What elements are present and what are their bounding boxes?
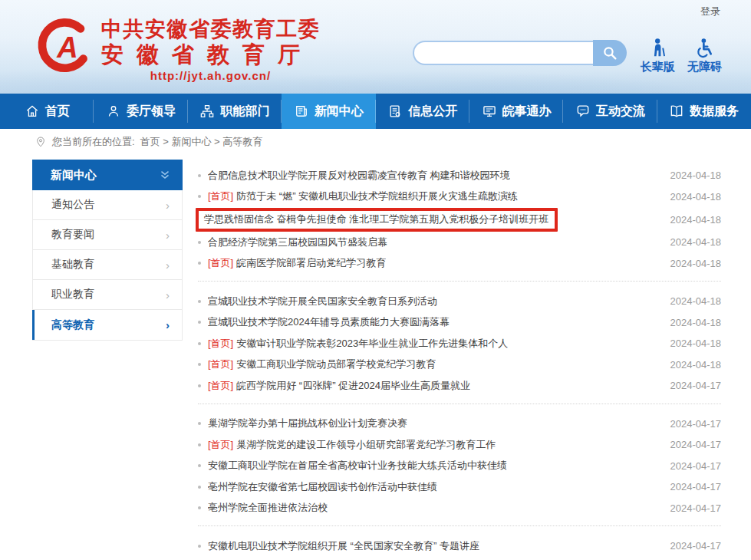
news-item-highlighted: 学思践悟固信念 奋楫争先担使命 淮北理工学院第五期入党积极分子培训班开班 202… — [198, 207, 721, 232]
news-item-date: 2024-04-18 — [661, 236, 722, 248]
news-item-title[interactable]: [首页]皖西学院用好 “四张牌” 促进2024届毕业生高质量就业 — [208, 379, 470, 393]
news-item-date: 2024-04-18 — [661, 359, 722, 371]
sidebar-item-label: 职业教育 — [51, 288, 94, 301]
bullet-dot-icon — [198, 363, 201, 366]
search-button[interactable] — [593, 40, 627, 66]
bullet-dot-icon — [198, 422, 201, 425]
elder-version-button[interactable]: 长辈版 — [641, 37, 675, 74]
svg-text:A: A — [56, 31, 77, 64]
news-item: [首页]皖西学院用好 “四张牌” 促进2024届毕业生高质量就业 2024-04… — [198, 375, 721, 397]
news-item-date: 2024-04-17 — [661, 418, 722, 430]
ic-doc — [387, 104, 403, 119]
news-item: 合肥信息技术职业学院开展反对校园霸凌宣传教育 构建和谐校园环境 2024-04-… — [198, 165, 721, 186]
bullet-dot-icon — [198, 486, 201, 489]
bullet-dot-icon — [198, 443, 201, 446]
news-item: 宣城职业技术学院2024年辅导员素质能力大赛圆满落幕 2024-04-18 — [198, 312, 721, 334]
sidebar-item-label: 通知公告 — [51, 198, 94, 212]
search-icon — [601, 44, 618, 61]
bullet-dot-icon — [198, 506, 201, 509]
sidebar-item-higher-education[interactable]: 高等教育 › — [33, 310, 182, 340]
news-item-title[interactable]: 亳州学院在安徽省第七届校园读书创作活动中获佳绩 — [208, 480, 437, 494]
nav-item-wan-services[interactable]: 皖事通办 — [469, 94, 563, 129]
news-item-title[interactable]: 学思践悟固信念 奋楫争先担使命 淮北理工学院第五期入党积极分子培训班开班 — [196, 208, 558, 232]
news-item-title[interactable]: [首页]防范于未 “燃” 安徽机电职业技术学院组织开展火灾逃生疏散演练 — [208, 189, 518, 203]
front-page-tag: [首页] — [208, 358, 233, 370]
news-item-title[interactable]: 安徽工商职业学院在首届全省高校审计业务技能大练兵活动中获佳绩 — [208, 459, 507, 473]
breadcrumb: 您当前所在的位置: 首页 > 新闻中心 > 高等教育 — [0, 129, 751, 155]
sidebar-item-basic-education[interactable]: 基础教育 › — [33, 250, 182, 280]
news-item-text: 防范于未 “燃” 安徽机电职业技术学院组织开展火灾逃生疏散演练 — [236, 190, 518, 202]
news-item-date: 2024-04-18 — [661, 295, 722, 307]
sidebar-menu: 通知公告 › 教育要闻 › 基础教育 › 职业教育 › 高等教育 › — [32, 190, 183, 341]
news-item-title[interactable]: 宣城职业技术学院2024年辅导员素质能力大赛圆满落幕 — [208, 315, 450, 329]
chevron-right-icon: › — [166, 229, 170, 242]
bullet-dot-icon — [198, 464, 201, 467]
news-item-date: 2024-04-17 — [661, 380, 722, 391]
sidebar-item-label: 教育要闻 — [51, 228, 94, 242]
news-item-title[interactable]: [首页]安徽审计职业学院表彰2023年毕业生就业工作先进集体和个人 — [208, 337, 508, 351]
breadcrumb-path[interactable]: 首页 > 新闻中心 > 高等教育 — [140, 135, 263, 149]
news-item-text: 安徽审计职业学院表彰2023年毕业生就业工作先进集体和个人 — [236, 338, 508, 349]
nav-item-news-center[interactable]: 新闻中心 — [282, 94, 375, 129]
news-item-text: 亳州学院在安徽省第七届校园读书创作活动中获佳绩 — [208, 481, 437, 492]
news-group: 巢湖学院举办第十届挑战杯创业计划竞赛决赛 2024-04-17 [首页]巢湖学院… — [198, 404, 721, 526]
sidebar-item-vocational-education[interactable]: 职业教育 › — [33, 280, 182, 310]
news-item-title[interactable]: 合肥信息技术职业学院开展反对校园霸凌宣传教育 构建和谐校园环境 — [208, 169, 510, 183]
nav-item-label: 委厅领导 — [127, 104, 176, 120]
news-item: 躬耕教坛展风采 培教强校践初心 安徽水利水电职业技术学院举办2024年教师教学能… — [198, 557, 721, 560]
news-item-title[interactable]: 亳州学院全面推进依法治校 — [208, 501, 328, 515]
news-item-title[interactable]: 巢湖学院举办第十届挑战杯创业计划竞赛决赛 — [208, 417, 407, 430]
bullet-dot-icon — [198, 241, 201, 244]
org-name-line1: 中共安徽省委教育工委 — [101, 17, 320, 41]
org-name-line2: 安徽省教育厅 — [101, 41, 320, 68]
nav-item-home[interactable]: 首页 — [0, 94, 94, 129]
site-header: 登录 A 中共安徽省委教育工委 安徽省教育厅 http://jyt.ah.gov… — [0, 0, 751, 94]
news-item-title[interactable]: 宣城职业技术学院开展全民国家安全教育日系列活动 — [208, 295, 437, 308]
news-item-title[interactable]: 合肥经济学院第三届校园国风节盛装启幕 — [208, 236, 387, 249]
news-item-title[interactable]: 安徽机电职业技术学院组织开展 “全民国家安全教育” 专题讲座 — [208, 539, 479, 553]
content: 新闻中心 通知公告 › 教育要闻 › 基础教育 › 职业教育 › 高等教育 › … — [0, 155, 751, 560]
news-item-date: 2024-04-18 — [661, 317, 722, 328]
bullet-dot-icon — [198, 262, 201, 265]
nav-item-label: 职能部门 — [220, 104, 269, 120]
news-item-date: 2024-04-17 — [661, 481, 722, 492]
news-item-title[interactable]: [首页]安徽工商职业学院动员部署学校党纪学习教育 — [208, 357, 436, 371]
news-group: 宣城职业技术学院开展全民国家安全教育日系列活动 2024-04-18 宣城职业技… — [198, 281, 721, 404]
site-logo[interactable]: A 中共安徽省委教育工委 安徽省教育厅 http://jyt.ah.gov.cn… — [37, 17, 320, 82]
sidebar-title: 新闻中心 — [51, 168, 97, 183]
news-item: [首页]安徽工商职业学院动员部署学校党纪学习教育 2024-04-18 — [198, 354, 721, 376]
front-page-tag: [首页] — [208, 190, 233, 202]
bullet-dot-icon — [198, 342, 201, 345]
news-item-title[interactable]: [首页]巢湖学院党的建设工作领导小组研究部署党纪学习教育工作 — [208, 438, 496, 452]
news-item-date: 2024-04-18 — [661, 258, 722, 269]
sidebar-item-edu-news[interactable]: 教育要闻 › — [33, 220, 182, 250]
chevron-right-icon: › — [166, 318, 170, 331]
accessibility-button[interactable]: 无障碍 — [687, 37, 722, 74]
news-item: 合肥经济学院第三届校园国风节盛装启幕 2024-04-18 — [198, 232, 721, 253]
sidebar-header-news-center[interactable]: 新闻中心 — [32, 160, 183, 190]
bullet-dot-icon — [198, 174, 201, 177]
front-page-tag: [首页] — [208, 338, 233, 349]
nav-item-departments[interactable]: 职能部门 — [188, 94, 282, 129]
news-item-text: 安徽机电职业技术学院组织开展 “全民国家安全教育” 专题讲座 — [208, 540, 479, 552]
news-item: 安徽工商职业学院在首届全省高校审计业务技能大练兵活动中获佳绩 2024-04-1… — [198, 456, 721, 477]
nav-item-leaders[interactable]: 委厅领导 — [94, 94, 187, 129]
nav-item-label: 新闻中心 — [315, 104, 364, 120]
ic-chat — [575, 104, 591, 119]
news-item-date: 2024-04-18 — [661, 191, 722, 203]
nav-item-data-services[interactable]: 数据服务 — [657, 94, 751, 129]
wheelchair-icon — [694, 37, 716, 58]
ic-news — [294, 104, 309, 119]
nav-item-interaction[interactable]: 互动交流 — [563, 94, 657, 129]
search-input[interactable] — [413, 41, 593, 65]
news-item-date: 2024-04-17 — [661, 439, 722, 450]
news-item-title[interactable]: [首页]皖南医学院部署启动党纪学习教育 — [208, 256, 386, 270]
login-link[interactable]: 登录 — [700, 5, 720, 18]
nav-item-info-disclosure[interactable]: 信息公开 — [376, 94, 469, 129]
breadcrumb-prefix: 您当前所在的位置: — [52, 135, 135, 149]
front-page-tag: [首页] — [208, 257, 233, 268]
news-item-date: 2024-04-17 — [661, 460, 722, 472]
news-item: 安徽机电职业技术学院组织开展 “全民国家安全教育” 专题讲座 2024-04-1… — [198, 535, 721, 557]
logo-icon: A — [37, 17, 95, 78]
sidebar-item-notices[interactable]: 通知公告 › — [33, 190, 182, 220]
